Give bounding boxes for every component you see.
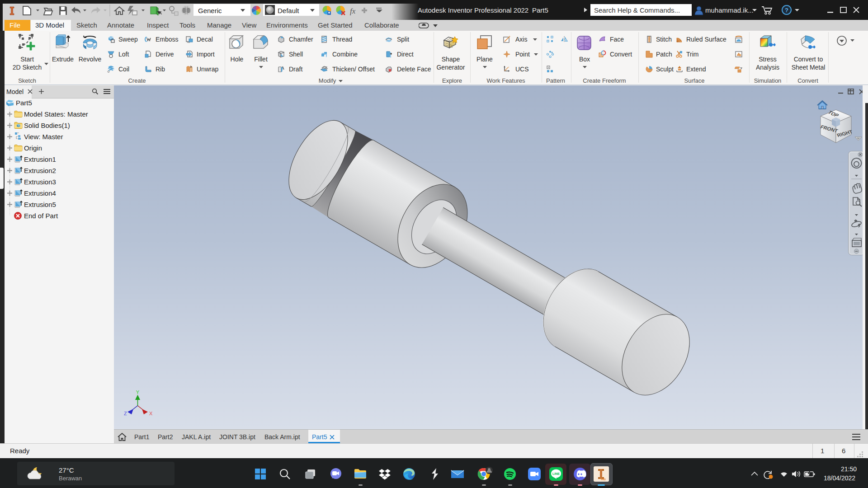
svg-text:Y: Y — [136, 389, 140, 395]
svg-text:?: ? — [785, 7, 788, 14]
svg-text:LINE: LINE — [552, 472, 560, 475]
svg-text:X: X — [149, 411, 153, 416]
svg-text:Z: Z — [124, 411, 127, 416]
svg-text:PRO: PRO — [601, 478, 606, 481]
svg-text:fx: fx — [350, 7, 356, 15]
